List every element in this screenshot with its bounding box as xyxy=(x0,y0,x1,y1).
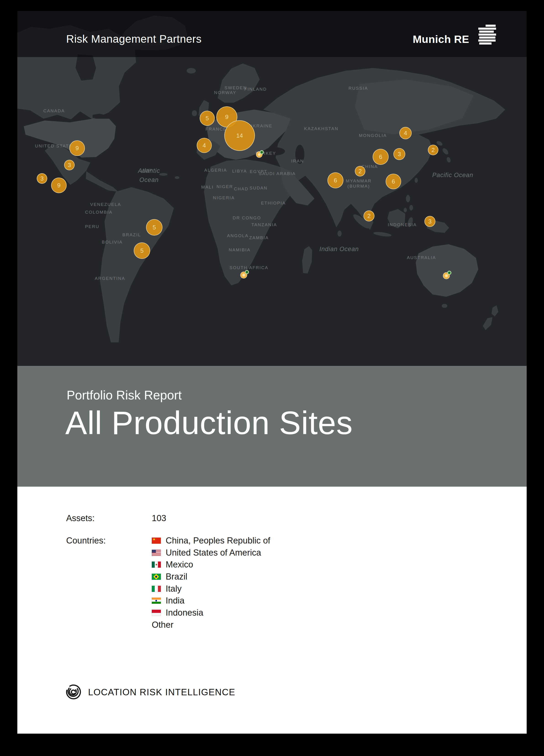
report-owner-title: Risk Management Partners xyxy=(66,33,202,45)
cluster-marker[interactable]: 4 xyxy=(399,127,412,139)
cn-flag-icon xyxy=(152,538,161,544)
green-site-marker[interactable] xyxy=(447,271,451,275)
cluster-marker[interactable]: 5 xyxy=(200,111,215,126)
map-ocean-label: Pacific Ocean xyxy=(432,172,473,179)
page-title: All Production Sites xyxy=(65,404,353,442)
map-country-label: CANADA xyxy=(43,108,65,113)
map-country-label: KAZAKHSTAN xyxy=(304,126,338,131)
map-country-label: INDONESIA xyxy=(388,222,417,227)
cluster-marker[interactable]: 6 xyxy=(327,172,343,188)
country-row: United States of America xyxy=(152,547,270,559)
country-name: China, Peoples Republic of xyxy=(166,536,270,546)
map-country-label: NORWAY xyxy=(214,90,237,95)
map-country-label: (BURMA) xyxy=(347,184,370,189)
report-kicker: Portfolio Risk Report xyxy=(67,388,182,402)
cluster-marker[interactable]: 3 xyxy=(393,148,405,160)
countries-list: China, Peoples Republic ofUnited States … xyxy=(152,535,270,631)
product-name: LOCATION RISK INTELLIGENCE xyxy=(88,687,235,697)
cluster-marker[interactable]: 9 xyxy=(51,178,67,193)
map-country-label: MALI xyxy=(201,185,214,190)
in-flag-icon xyxy=(152,598,161,604)
cluster-marker[interactable]: 14 xyxy=(224,120,255,151)
map-country-label: NAMIBIA xyxy=(229,247,251,252)
country-name: Indonesia xyxy=(166,608,203,618)
map-country-label: VENEZUELA xyxy=(90,202,121,207)
map-country-label: IRAN xyxy=(291,159,304,164)
countries-label: Countries: xyxy=(66,535,106,546)
cluster-marker[interactable]: 6 xyxy=(373,149,389,165)
cluster-marker[interactable]: 3 xyxy=(64,160,75,170)
map-country-label: LIBYA xyxy=(232,169,247,174)
map-country-label: SOUTH AFRICA xyxy=(230,265,269,270)
map-country-label: ANGOLA xyxy=(227,233,249,238)
cluster-marker[interactable]: 2 xyxy=(428,145,438,155)
map-country-label: SAUDI ARABIA xyxy=(259,171,296,176)
cluster-marker[interactable]: 5 xyxy=(134,242,150,259)
map-country-label: MONGOLIA xyxy=(359,133,387,138)
world-map[interactable]: GREENLANDCANADAUNITED STATESVENEZUELACOL… xyxy=(17,11,527,366)
title-band: Portfolio Risk Report All Production Sit… xyxy=(17,366,527,487)
map-country-label: ZAMBIA xyxy=(249,235,269,240)
munich-re-wordmark: Munich RE xyxy=(413,33,469,45)
map-country-label: COLOMBIA xyxy=(85,210,113,215)
assets-value: 103 xyxy=(152,512,166,524)
map-country-label: DR CONGO xyxy=(233,215,261,221)
br-flag-icon xyxy=(152,574,161,580)
map-ocean-label: Atlantic xyxy=(138,167,160,174)
cluster-marker[interactable]: 3 xyxy=(37,173,47,184)
world-map-landmasses xyxy=(17,11,527,366)
country-row: Mexico xyxy=(152,559,270,571)
assets-label: Assets: xyxy=(66,512,95,524)
map-country-label: RUSSIA xyxy=(348,86,368,91)
country-name: Mexico xyxy=(166,560,193,570)
summary-section: Assets: 103 Countries: China, Peoples Re… xyxy=(17,487,527,734)
map-country-label: AUSTRALIA xyxy=(407,255,436,260)
cluster-marker[interactable]: 4 xyxy=(197,138,212,153)
map-country-label: CHAD xyxy=(234,186,249,192)
map-country-label: FRANCE xyxy=(205,127,227,132)
map-country-label: BRAZIL xyxy=(122,232,141,237)
map-country-label: FINLAND xyxy=(245,87,267,92)
brand-area: Munich RE xyxy=(401,11,499,57)
map-country-label: SUDAN xyxy=(250,186,268,191)
country-row: Indonesia xyxy=(152,607,270,619)
map-country-label: ALGERIA xyxy=(204,168,227,173)
it-flag-icon xyxy=(152,586,161,592)
country-row: China, Peoples Republic of xyxy=(152,535,270,547)
map-ocean-label: Ocean xyxy=(140,176,159,184)
us-flag-icon xyxy=(152,550,161,556)
cluster-marker[interactable]: 3 xyxy=(424,216,435,227)
country-row: Other xyxy=(152,619,270,631)
map-country-label: MYANMAR xyxy=(346,179,371,184)
mx-flag-icon xyxy=(152,562,161,568)
location-risk-intelligence-logo-icon xyxy=(65,684,82,700)
map-country-label: ARGENTINA xyxy=(95,276,125,281)
munich-re-globe-icon xyxy=(478,24,497,47)
country-name: United States of America xyxy=(166,548,261,558)
country-row: Brazil xyxy=(152,571,270,583)
report-cover-page: GREENLANDCANADAUNITED STATESVENEZUELACOL… xyxy=(0,0,544,756)
country-name: India xyxy=(166,596,184,606)
cluster-marker[interactable]: 2 xyxy=(363,210,374,221)
map-country-label: PERU xyxy=(85,224,100,229)
green-site-marker[interactable] xyxy=(260,150,264,154)
country-row: Italy xyxy=(152,583,270,595)
cluster-marker[interactable]: 5 xyxy=(146,219,163,236)
cluster-marker[interactable]: 9 xyxy=(69,140,85,156)
map-country-label: BOLIVIA xyxy=(102,240,123,245)
green-site-marker[interactable] xyxy=(245,270,249,274)
country-name: Brazil xyxy=(166,572,187,582)
country-row: India xyxy=(152,595,270,607)
map-country-label: SWEDEN xyxy=(225,85,247,90)
country-name: Italy xyxy=(166,584,182,594)
product-footer: LOCATION RISK INTELLIGENCE xyxy=(65,684,235,700)
map-ocean-label: Indian Ocean xyxy=(319,246,359,253)
id-flag-icon xyxy=(152,610,161,616)
map-country-label: NIGERIA xyxy=(213,195,235,200)
cluster-marker[interactable]: 2 xyxy=(355,166,365,176)
map-country-label: NIGER xyxy=(217,184,233,189)
cluster-marker[interactable]: 6 xyxy=(386,174,401,189)
map-country-label: ETHIOPIA xyxy=(261,201,286,206)
country-name: Other xyxy=(152,620,174,630)
map-country-label: TANZANIA xyxy=(252,222,277,227)
